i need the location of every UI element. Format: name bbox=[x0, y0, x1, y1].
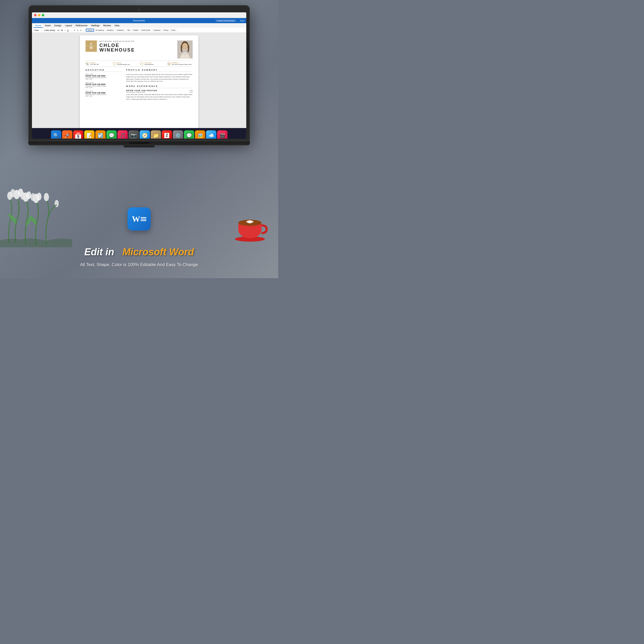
font-family[interactable]: Calibri (Body) bbox=[44, 29, 56, 31]
laptop-camera bbox=[138, 9, 140, 11]
edu-jobtitle-1: ENTER YOUR JOB HERE bbox=[86, 75, 123, 77]
style-no-spacing[interactable]: No Spacing bbox=[95, 29, 105, 31]
dock-finder[interactable]: 🔍 bbox=[51, 130, 61, 139]
dock-facetime[interactable]: 📷 bbox=[129, 130, 139, 139]
laptop-notch bbox=[129, 142, 149, 144]
style-heading1[interactable]: Heading 1 bbox=[106, 29, 115, 31]
resume-name-area: NETWORK ADMINISTRATOR CHLOE WINEHOUSE bbox=[99, 40, 175, 52]
svg-point-7 bbox=[31, 193, 35, 201]
edu-gpa-2: GPA : 5.00 bbox=[86, 87, 123, 88]
monogram-bottom: W bbox=[86, 46, 97, 49]
edit-text-gold: Microsoft Word bbox=[122, 247, 194, 257]
work-company-1: Your company / Institute name bbox=[126, 91, 145, 93]
align-left[interactable]: ≡ bbox=[73, 29, 76, 31]
svg-point-8 bbox=[37, 193, 41, 200]
tab-review[interactable]: Review bbox=[102, 24, 113, 28]
style-normal[interactable]: Normal bbox=[86, 29, 94, 32]
edu-item-2: 2010 - 2012 ENTER YOUR JOB HERE Company … bbox=[86, 82, 123, 88]
work-title: WORK EXPERIENCE bbox=[126, 85, 193, 88]
dock-photos[interactable]: 🖼️ bbox=[195, 130, 205, 139]
style-subtitle[interactable]: Subtitle bbox=[132, 29, 140, 31]
styles-group: Normal No Spacing Heading 1 Heading 2 Ti… bbox=[86, 29, 179, 32]
tab-layout[interactable]: Layout bbox=[64, 24, 74, 28]
email-icon: ✉ bbox=[113, 62, 116, 65]
edu-gpa-1: GPA : 5.00 bbox=[86, 78, 123, 80]
underline-button[interactable]: U bbox=[66, 29, 69, 31]
font-size[interactable]: 12 bbox=[56, 29, 60, 31]
contact-linkedin: in LINKEDIN Usernamehere bbox=[140, 62, 166, 65]
laptop-body: Document1 Search in Document Share Home … bbox=[28, 5, 250, 141]
work-year-start-1: 2010 bbox=[190, 90, 193, 91]
dock-folder[interactable]: 📁 bbox=[151, 130, 161, 139]
svg-point-10 bbox=[44, 193, 49, 201]
style-heading2[interactable]: Heading 2 bbox=[116, 29, 125, 31]
svg-point-18 bbox=[182, 43, 188, 49]
tab-view[interactable]: View bbox=[113, 24, 121, 28]
document-area[interactable]: C W NETWORK ADMINISTRATOR CHLOE WINEHOUS… bbox=[32, 33, 246, 128]
tab-home[interactable]: Home bbox=[33, 24, 43, 28]
search-in-document[interactable]: Search in Document bbox=[216, 20, 236, 22]
resume-header: C W NETWORK ADMINISTRATOR CHLOE WINEHOUS… bbox=[86, 40, 193, 58]
tab-design[interactable]: Design bbox=[53, 24, 63, 28]
paste-button[interactable]: Paste bbox=[33, 29, 40, 31]
dock-messages[interactable]: 💬 bbox=[106, 130, 117, 139]
mac-toolbar bbox=[32, 12, 246, 18]
phone-icon: 📞 bbox=[86, 62, 89, 65]
dock-safari[interactable]: 🧭 bbox=[140, 130, 150, 139]
dock-icloud[interactable]: ☁️ bbox=[206, 130, 216, 139]
dock-music[interactable]: 🎵 bbox=[117, 130, 128, 139]
work-desc-1: Lorem ipsum dolor sit amet, consectetur … bbox=[126, 94, 193, 100]
tulips-decoration bbox=[0, 144, 72, 247]
education-title: EDUCATION bbox=[86, 69, 123, 72]
mac-close-button[interactable] bbox=[34, 14, 37, 16]
dock-notes[interactable]: 📝 bbox=[84, 130, 95, 139]
style-quote[interactable]: Quote bbox=[170, 29, 177, 31]
style-strong[interactable]: Strong bbox=[162, 29, 170, 31]
resume-body: EDUCATION 2010 - 2012 ENTER YOUR JOB HER… bbox=[86, 69, 193, 103]
education-column: EDUCATION 2010 - 2012 ENTER YOUR JOB HER… bbox=[86, 69, 123, 103]
style-title[interactable]: Title bbox=[126, 29, 131, 31]
resume-monogram: C W bbox=[86, 40, 97, 52]
mac-maximize-button[interactable] bbox=[42, 14, 44, 16]
tab-insert[interactable]: Insert bbox=[43, 24, 52, 28]
word-w-letter: W bbox=[132, 214, 140, 224]
edu-item-1: 2010 - 2012 ENTER YOUR JOB HERE Company … bbox=[86, 73, 123, 80]
dock-calendar2[interactable]: 2 bbox=[162, 130, 172, 139]
dock-system[interactable]: ⚙️ bbox=[173, 130, 183, 139]
mac-minimize-button[interactable] bbox=[38, 14, 40, 16]
align-right[interactable]: ≡ bbox=[79, 29, 82, 31]
tab-mailings[interactable]: Mailings bbox=[90, 24, 101, 28]
edu-jobtitle-2: ENTER YOUR JOB HERE bbox=[86, 83, 123, 85]
resume-photo bbox=[177, 40, 193, 58]
word-app-icon[interactable]: W bbox=[128, 207, 151, 231]
share-button[interactable]: Share bbox=[240, 20, 245, 22]
style-emphasis[interactable]: Emphasis bbox=[152, 29, 162, 31]
style-subtle-emph[interactable]: Subtle Emph. bbox=[140, 29, 152, 31]
align-center[interactable]: ≡ bbox=[76, 29, 79, 31]
contact-phone: 📞 PHONE +123 456 789 bbox=[86, 62, 111, 65]
edit-subtitle: All Text, Shape, Color is 100% Editable … bbox=[80, 262, 198, 267]
monogram-top: C bbox=[90, 43, 92, 46]
tab-references[interactable]: References bbox=[74, 24, 89, 28]
last-name: WINEHOUSE bbox=[99, 48, 175, 52]
paragraph-group: ≡ ≡ ≡ bbox=[73, 29, 84, 31]
address-value: Your Home Address Name Here bbox=[172, 64, 192, 65]
dock-reminders[interactable]: ☑️ bbox=[95, 130, 106, 139]
work-year-end-1: 2014 bbox=[190, 91, 193, 93]
bold-button[interactable]: B bbox=[61, 29, 63, 31]
dock-messages2[interactable]: 💬 bbox=[184, 130, 194, 139]
laptop-stand bbox=[124, 145, 155, 147]
edit-in-word-text: Edit in Microsoft Word bbox=[84, 247, 194, 258]
dock-launchpad[interactable]: 🚀 bbox=[62, 130, 72, 139]
edu-jobtitle-3: ENTER YOUR JOB HERE bbox=[86, 92, 123, 94]
contact-email: ✉ EMAIL User@example.com bbox=[113, 62, 139, 65]
svg-point-15 bbox=[248, 221, 251, 224]
word-tabs: Home Insert Design Layout References Mai… bbox=[32, 23, 246, 28]
dock-video[interactable]: 🎬 bbox=[217, 130, 227, 139]
word-titlebar: Document1 Search in Document Share bbox=[32, 18, 246, 23]
italic-button[interactable]: I bbox=[64, 29, 66, 31]
svg-point-5 bbox=[27, 191, 31, 199]
dock-calendar[interactable]: SEP9 bbox=[73, 130, 83, 139]
email-value: User@example.com bbox=[117, 64, 130, 65]
font-group: Calibri (Body) 12 B I U bbox=[44, 29, 71, 31]
